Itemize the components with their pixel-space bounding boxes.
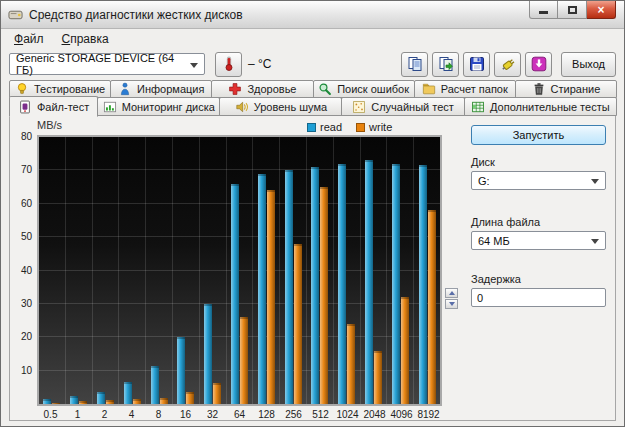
bar-group-2048 [361,137,388,404]
maximize-button[interactable] [558,1,587,19]
bar-write-0.5 [52,403,60,404]
device-select[interactable]: Generic STORAGE DEVICE (64 ГБ) [9,53,205,75]
spinner-down-button[interactable] [445,299,458,309]
bar-group-128 [253,137,280,404]
bar-group-64 [227,137,254,404]
menu-file[interactable]: Файл [5,30,53,48]
tab-disk-monitoring[interactable]: Мониторинг диска [97,97,220,116]
arrow-down-icon [449,302,455,306]
close-button[interactable]: × [587,1,616,19]
y-tick-label: 60 [10,198,32,209]
tab-row-1: Тестирование Информация Здоровье Поиск о… [9,80,616,98]
y-tick-label: 10 [10,365,32,376]
bar-group-8 [146,137,173,404]
thermometer-icon [222,56,236,72]
bar-write-128 [267,190,275,404]
save-report-button[interactable] [463,52,490,77]
tab-random-test[interactable]: Случайный тест [341,97,464,116]
x-tick-label: 0.5 [37,409,64,420]
usb-plug-button[interactable] [494,52,521,77]
copy-report-button[interactable] [401,52,428,77]
window-controls: × [529,1,616,19]
x-tick-label: 256 [280,409,307,420]
speaker-icon [235,100,249,114]
download-button[interactable] [525,52,552,77]
bar-read-128 [258,174,266,404]
file-length-label: Длина файла [471,216,540,228]
bar-write-8 [160,398,168,404]
bar-write-16 [186,392,194,404]
tab-file-test[interactable]: Файл-тест [9,96,98,117]
bar-read-1024 [338,164,346,404]
folder-icon [422,82,436,96]
temperature-value: – °C [248,57,271,71]
temperature-button[interactable] [215,52,242,77]
bar-read-4 [124,382,132,404]
minimize-button[interactable] [529,1,558,19]
bar-group-2 [93,137,120,404]
x-tick-label: 32 [199,409,226,420]
y-axis-unit-label: MB/s [37,119,62,131]
bar-group-0.5 [39,137,66,404]
tab-information[interactable]: Информация [110,80,212,98]
extra-tests-icon [471,100,485,114]
start-button[interactable]: Запустить [471,125,606,145]
bar-write-512 [320,187,328,404]
disk-select[interactable]: G: [471,171,606,190]
x-tick-label: 512 [307,409,334,420]
y-tick-label: 40 [10,265,32,276]
bar-group-1024 [334,137,361,404]
device-select-value: Generic STORAGE DEVICE (64 ГБ) [16,52,184,76]
minimize-icon [539,11,548,14]
bar-group-4 [119,137,146,404]
tab-label: Дополнительные тесты [490,101,610,113]
tab-label: Здоровье [247,83,296,95]
y-tick-label: 70 [10,164,32,175]
tab-erase[interactable]: Стирание [515,80,617,98]
y-axis: 1020304050607080 [10,135,34,406]
menu-help[interactable]: Справка [53,30,118,48]
tab-noise-level[interactable]: Уровень шума [219,97,342,116]
disk-label: Диск [471,156,495,168]
bar-read-2 [97,392,105,404]
window-title: Средство диагностики жестких дисков [29,8,243,22]
x-axis: 0.512481632641282565121024204840968192 [37,409,442,420]
copy-report-icon [407,56,423,72]
bar-write-4 [133,399,141,404]
maximize-icon [568,6,577,14]
x-tick-label: 4 [118,409,145,420]
bar-write-1 [79,401,87,404]
tab-health[interactable]: Здоровье [211,80,313,98]
bar-read-0.5 [43,399,51,404]
download-icon [531,56,547,72]
spinner-up-button[interactable] [445,288,458,298]
tab-additional-tests[interactable]: Дополнительные тесты [464,97,617,116]
bar-read-64 [231,184,239,404]
disk-select-value: G: [478,175,490,187]
chart-legend: readwrite [307,121,392,133]
x-tick-label: 16 [172,409,199,420]
exit-button[interactable]: Выход [561,52,616,77]
health-cross-icon [228,82,242,96]
tab-folder-calc[interactable]: Расчет папок [414,80,516,98]
copy-image-button[interactable] [432,52,459,77]
delay-spinner [445,288,458,309]
file-length-select[interactable]: 64 МБ [471,231,606,250]
bar-write-8192 [428,210,436,404]
bar-group-4096 [387,137,414,404]
arrow-up-icon [449,291,455,295]
x-tick-label: 64 [226,409,253,420]
bar-group-512 [307,137,334,404]
tab-error-search[interactable]: Поиск ошибок [313,80,415,98]
file-length-select-value: 64 МБ [478,235,510,247]
tab-label: Файл-тест [37,101,89,113]
x-tick-label: 128 [253,409,280,420]
random-test-icon [352,100,366,114]
delay-input[interactable] [471,288,606,307]
title-bar: Средство диагностики жестких дисков × [1,1,624,29]
y-tick-label: 20 [10,331,32,342]
tab-label: Случайный тест [371,101,454,113]
bar-write-1024 [347,324,355,404]
bar-read-32 [204,304,212,404]
bar-read-512 [311,167,319,404]
